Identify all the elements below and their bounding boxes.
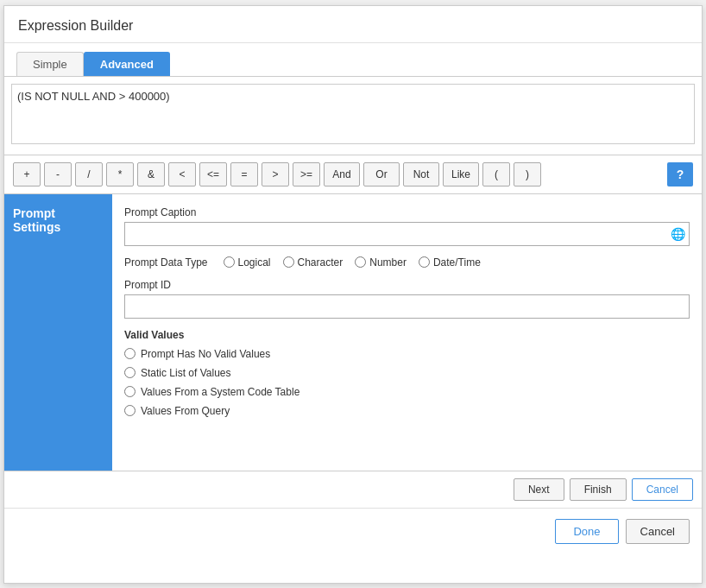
- cancel-button[interactable]: Cancel: [626, 519, 690, 544]
- prompt-caption-input[interactable]: [124, 222, 690, 246]
- valid-values-from-query-input[interactable]: [124, 405, 136, 416]
- gt-button[interactable]: >: [262, 162, 289, 187]
- lparen-button[interactable]: (: [482, 162, 510, 187]
- valid-values-static-list[interactable]: Static List of Values: [124, 367, 690, 379]
- divide-button[interactable]: /: [75, 162, 103, 187]
- prompt-caption-wrap: 🌐: [124, 222, 690, 246]
- dialog-title: Expression Builder: [4, 6, 702, 43]
- valid-values-from-query[interactable]: Values From Query: [124, 405, 690, 417]
- data-type-row: Prompt Data Type Logical Character Numbe…: [124, 256, 690, 269]
- panel-footer: Next Finish Cancel: [4, 471, 702, 508]
- rparen-button[interactable]: ): [514, 162, 541, 187]
- gte-button[interactable]: >=: [293, 162, 320, 187]
- radio-datetime[interactable]: Date/Time: [419, 256, 481, 269]
- valid-values-list: Prompt Has No Valid Values Static List o…: [124, 348, 690, 417]
- multiply-button[interactable]: *: [106, 162, 134, 187]
- radio-character-label: Character: [298, 256, 344, 269]
- help-button[interactable]: ?: [667, 162, 693, 187]
- expression-builder-dialog: Expression Builder Simple Advanced + - /…: [3, 5, 703, 584]
- eq-button[interactable]: =: [230, 162, 258, 187]
- prompt-caption-label: Prompt Caption: [124, 206, 690, 218]
- next-button[interactable]: Next: [514, 478, 564, 501]
- panel-cancel-button[interactable]: Cancel: [632, 478, 693, 501]
- expression-area: [4, 77, 702, 155]
- sidebar-label: Prompt Settings: [13, 206, 60, 234]
- finish-button[interactable]: Finish: [570, 478, 627, 501]
- ampersand-button[interactable]: &: [137, 162, 165, 187]
- valid-values-from-query-label: Values From Query: [141, 405, 230, 417]
- sidebar: Prompt Settings: [4, 194, 112, 471]
- not-button[interactable]: Not: [403, 162, 439, 187]
- tab-simple[interactable]: Simple: [16, 52, 84, 76]
- valid-values-static-list-label: Static List of Values: [141, 367, 231, 379]
- valid-values-no-valid-values[interactable]: Prompt Has No Valid Values: [124, 348, 690, 360]
- valid-values-no-valid-values-input[interactable]: [124, 348, 136, 359]
- plus-button[interactable]: +: [13, 162, 41, 187]
- radio-character-input[interactable]: [283, 256, 294, 268]
- tab-advanced[interactable]: Advanced: [84, 52, 170, 76]
- done-button[interactable]: Done: [555, 519, 618, 544]
- lte-button[interactable]: <=: [199, 162, 227, 187]
- radio-logical-label: Logical: [238, 256, 271, 269]
- content-scroll-wrap: Prompt Caption 🌐 Prompt Data Type Logica…: [112, 194, 702, 471]
- valid-values-static-list-input[interactable]: [124, 367, 136, 378]
- main-content: Prompt Settings Prompt Caption 🌐 Prompt …: [4, 194, 702, 471]
- data-type-label: Prompt Data Type: [124, 256, 208, 269]
- radio-number[interactable]: Number: [355, 256, 407, 269]
- dialog-footer: Done Cancel: [4, 508, 702, 554]
- radio-logical-input[interactable]: [224, 256, 235, 268]
- minus-button[interactable]: -: [44, 162, 72, 187]
- valid-values-label: Valid Values: [124, 329, 690, 341]
- radio-logical[interactable]: Logical: [224, 256, 271, 269]
- radio-datetime-input[interactable]: [419, 256, 430, 268]
- content-inner: Prompt Caption 🌐 Prompt Data Type Logica…: [112, 194, 702, 471]
- like-button[interactable]: Like: [443, 162, 479, 187]
- and-button[interactable]: And: [324, 162, 360, 187]
- radio-number-label: Number: [369, 256, 407, 269]
- globe-icon: 🌐: [671, 227, 685, 241]
- valid-values-system-code-label: Values From a System Code Table: [141, 386, 299, 398]
- prompt-id-label: Prompt ID: [124, 279, 690, 291]
- expression-toolbar: + - / * & < <= = > >= And Or Not Like ( …: [4, 155, 702, 194]
- valid-values-system-code[interactable]: Values From a System Code Table: [124, 386, 690, 398]
- radio-character[interactable]: Character: [283, 256, 344, 269]
- prompt-id-input[interactable]: [124, 294, 690, 319]
- or-button[interactable]: Or: [363, 162, 400, 187]
- valid-values-no-valid-values-label: Prompt Has No Valid Values: [141, 348, 270, 360]
- valid-values-system-code-input[interactable]: [124, 386, 136, 397]
- tab-bar: Simple Advanced: [4, 43, 702, 77]
- lt-button[interactable]: <: [168, 162, 196, 187]
- radio-number-input[interactable]: [355, 256, 366, 268]
- radio-datetime-label: Date/Time: [433, 256, 481, 269]
- expression-input[interactable]: [11, 84, 695, 144]
